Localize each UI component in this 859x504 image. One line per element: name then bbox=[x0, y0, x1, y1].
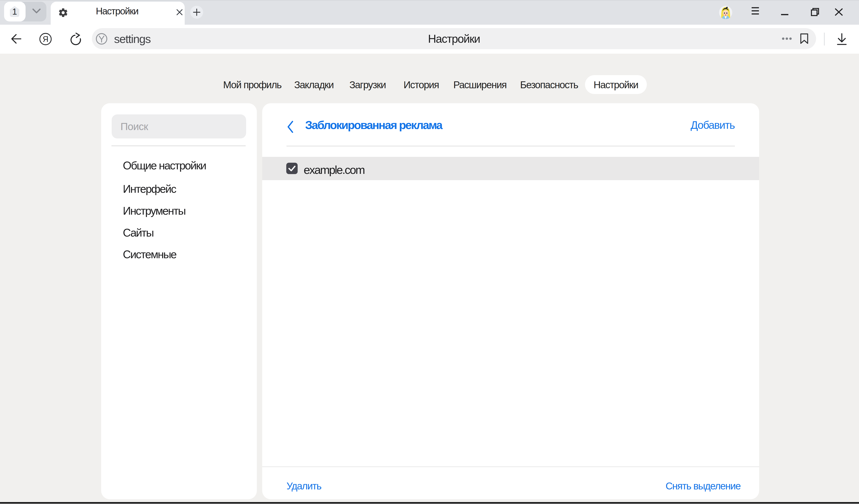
svg-text:Я: Я bbox=[43, 35, 48, 44]
